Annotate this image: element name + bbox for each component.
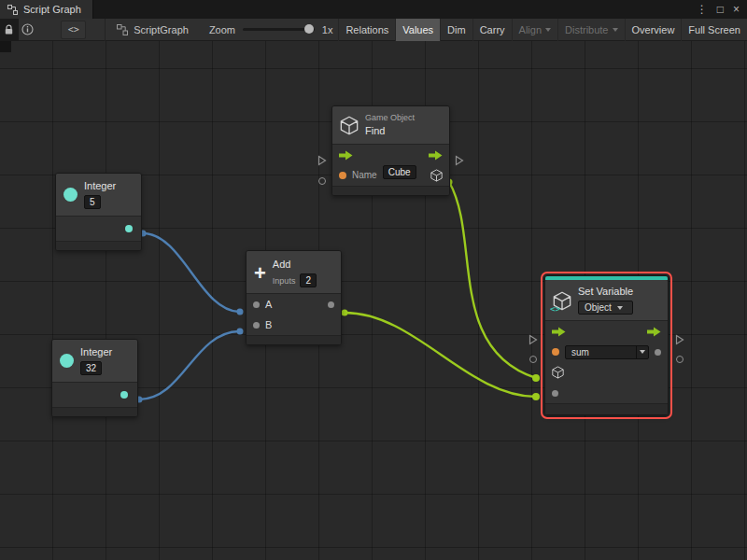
zoom-value: 1x bbox=[322, 24, 333, 35]
titlebar-spacer bbox=[93, 0, 697, 19]
input-port-a[interactable] bbox=[253, 301, 260, 308]
lock-button[interactable] bbox=[0, 19, 19, 41]
variable-name-dropdown[interactable]: sum bbox=[565, 345, 649, 359]
close-icon[interactable]: × bbox=[733, 4, 740, 15]
maximize-icon[interactable]: □ bbox=[717, 4, 724, 15]
target-object-port-icon[interactable] bbox=[552, 366, 564, 379]
output-port[interactable] bbox=[125, 225, 133, 232]
integer-type-icon bbox=[60, 354, 74, 368]
integer-value-field[interactable]: 32 bbox=[80, 361, 102, 375]
tab-title: Script Graph bbox=[23, 4, 81, 15]
value-input-port[interactable] bbox=[552, 390, 558, 397]
node-set-variable[interactable]: <> Set Variable Object bbox=[544, 275, 669, 415]
sum-output-port[interactable] bbox=[328, 301, 334, 308]
node-category: Game Object bbox=[365, 113, 415, 122]
node-title: Set Variable bbox=[578, 286, 633, 298]
variable-scope-dropdown[interactable]: Object bbox=[578, 301, 633, 315]
name-value-field[interactable]: Cube bbox=[383, 165, 416, 179]
relations-button[interactable]: Relations bbox=[338, 19, 395, 41]
value-input-indicator bbox=[318, 177, 326, 185]
name-label: Name bbox=[352, 171, 377, 180]
flow-out-arrow-icon[interactable] bbox=[647, 327, 661, 337]
wire-integer5-to-add-a[interactable] bbox=[143, 233, 240, 312]
distribute-label: Distribute bbox=[565, 24, 608, 35]
node-footer bbox=[247, 335, 341, 344]
control-output-indicator bbox=[455, 155, 464, 168]
align-button[interactable]: Align bbox=[512, 19, 557, 41]
wire-endpoint bbox=[532, 393, 540, 400]
node-integer-32[interactable]: Integer 32 bbox=[51, 339, 138, 417]
code-view-button[interactable]: <> bbox=[61, 21, 86, 39]
node-header: Integer 5 bbox=[56, 174, 141, 216]
node-footer bbox=[52, 407, 137, 416]
node-body bbox=[56, 216, 141, 241]
dim-button[interactable]: Dim bbox=[440, 19, 472, 41]
distribute-button[interactable]: Distribute bbox=[557, 19, 624, 41]
graph-asset-icon bbox=[117, 24, 128, 35]
zoom-slider-handle[interactable] bbox=[304, 24, 314, 34]
graph-canvas[interactable]: Integer 5 Integer 32 bbox=[0, 41, 747, 560]
node-footer bbox=[545, 403, 668, 414]
zoom-label: Zoom bbox=[209, 24, 235, 35]
flow-in-arrow-icon[interactable] bbox=[339, 150, 353, 161]
wire-add-to-setvariable[interactable] bbox=[345, 313, 536, 397]
toolbar-separator bbox=[105, 19, 106, 41]
fullscreen-button[interactable]: Full Screen bbox=[681, 19, 747, 41]
node-title: Add bbox=[273, 259, 317, 271]
window-menu-icon[interactable]: ⋮ bbox=[697, 4, 708, 15]
wire-integer32-to-add-b[interactable] bbox=[139, 331, 240, 399]
wire-endpoint bbox=[237, 329, 244, 335]
graph-name: ScriptGraph bbox=[134, 24, 189, 35]
name-output-port[interactable] bbox=[655, 349, 661, 356]
node-body: A B bbox=[247, 293, 341, 335]
control-output-indicator bbox=[675, 334, 684, 347]
port-b-label: B bbox=[265, 319, 272, 330]
node-body bbox=[52, 382, 137, 407]
tab-script-graph[interactable]: Script Graph bbox=[0, 0, 93, 19]
node-gameobject-find[interactable]: Game Object Find Name Cube bbox=[331, 105, 450, 196]
integer-value-field[interactable]: 5 bbox=[84, 195, 101, 209]
node-body: Name Cube bbox=[332, 144, 449, 186]
values-button[interactable]: Values bbox=[395, 19, 440, 41]
flow-in-arrow-icon[interactable] bbox=[552, 327, 566, 337]
node-body: sum bbox=[545, 320, 668, 403]
node-integer-5[interactable]: Integer 5 bbox=[55, 173, 142, 251]
variable-name-value: sum bbox=[566, 347, 636, 357]
info-button[interactable] bbox=[19, 19, 37, 41]
wire-find-to-setvariable[interactable] bbox=[449, 182, 536, 378]
scope-value: Object bbox=[579, 302, 617, 313]
output-port[interactable] bbox=[120, 391, 128, 399]
script-graph-icon bbox=[7, 5, 18, 15]
port-a-label: A bbox=[265, 299, 272, 310]
node-header: + Add Inputs 2 bbox=[247, 251, 341, 293]
align-label: Align bbox=[519, 24, 542, 35]
node-title: Integer bbox=[84, 180, 116, 192]
variable-name-port[interactable] bbox=[552, 348, 559, 356]
control-input-indicator bbox=[317, 155, 327, 168]
gameobject-cube-icon bbox=[340, 116, 359, 135]
zoom-slider[interactable] bbox=[243, 28, 315, 31]
name-input-port[interactable] bbox=[339, 172, 346, 179]
chevron-down-icon bbox=[545, 28, 551, 32]
node-header: <> Set Variable Object bbox=[545, 280, 668, 320]
lock-icon bbox=[4, 24, 14, 35]
canvas-corner bbox=[0, 41, 11, 52]
chevron-down-icon bbox=[640, 350, 645, 354]
input-port-b[interactable] bbox=[253, 322, 260, 329]
graph-section: ScriptGraph bbox=[111, 24, 189, 35]
node-footer bbox=[56, 241, 141, 250]
node-add[interactable]: + Add Inputs 2 A B bbox=[246, 250, 342, 345]
overview-button[interactable]: Overview bbox=[625, 19, 682, 41]
control-input-indicator bbox=[529, 334, 538, 347]
wire-endpoint bbox=[532, 374, 540, 382]
flow-out-arrow-icon[interactable] bbox=[429, 150, 443, 161]
inputs-count-field[interactable]: 2 bbox=[300, 273, 317, 287]
wire-endpoint bbox=[237, 309, 244, 315]
add-icon: + bbox=[254, 264, 266, 283]
node-header: Integer 32 bbox=[52, 340, 137, 382]
value-output-indicator bbox=[676, 356, 684, 363]
unity-visual-scripting-window: Script Graph ⋮ □ × <> ScriptGraph Zoom 1… bbox=[0, 0, 747, 560]
integer-type-icon bbox=[63, 188, 78, 202]
carry-button[interactable]: Carry bbox=[472, 19, 512, 41]
result-gameobject-port-icon[interactable] bbox=[430, 169, 443, 182]
